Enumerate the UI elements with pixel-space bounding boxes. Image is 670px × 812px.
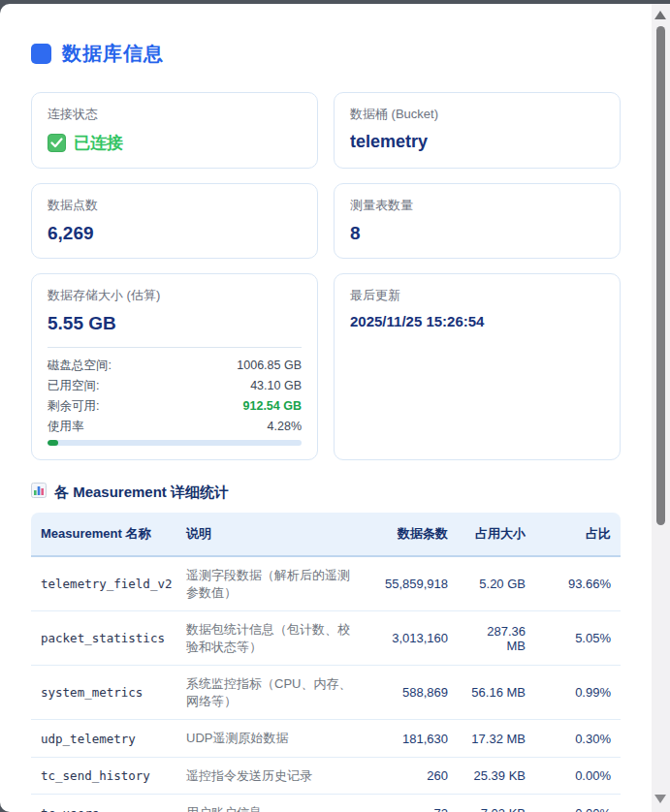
scrollbar-thumb[interactable] bbox=[656, 26, 665, 525]
measurement-stats-section: 各 Measurement 详细统计 Measurement 名称 说明 数据条… bbox=[31, 483, 621, 812]
measurement-size: 7.03 KB bbox=[458, 795, 535, 812]
col-header-count: 数据条数 bbox=[368, 513, 458, 557]
storage-detail-label: 已用空间: bbox=[48, 377, 99, 395]
measurement-desc: 系统监控指标（CPU、内存、网络等） bbox=[176, 666, 368, 720]
measurement-desc: 数据包统计信息（包计数、校验和状态等） bbox=[176, 611, 368, 666]
measurement-size: 5.20 GB bbox=[458, 557, 535, 611]
col-header-size: 占用大小 bbox=[458, 513, 535, 557]
measurement-table: Measurement 名称 说明 数据条数 占用大小 占比 telemetry… bbox=[31, 513, 621, 812]
last-update-value: 2025/11/25 15:26:54 bbox=[350, 313, 604, 329]
measurement-size: 25.39 KB bbox=[458, 758, 535, 796]
table-header-row: Measurement 名称 说明 数据条数 占用大小 占比 bbox=[31, 513, 621, 557]
storage-detail-row: 已用空间:43.10 GB bbox=[48, 377, 302, 395]
vertical-scrollbar[interactable] bbox=[652, 4, 670, 812]
storage-detail-label: 磁盘总空间: bbox=[48, 357, 112, 375]
storage-detail-row: 磁盘总空间:1006.85 GB bbox=[48, 357, 302, 375]
measurement-count: 260 bbox=[368, 758, 458, 796]
measurement-name: packet_statistics bbox=[31, 611, 176, 666]
section-title: 各 Measurement 详细统计 bbox=[54, 484, 229, 502]
storage-detail-value: 4.28% bbox=[268, 418, 302, 436]
table-row: telemetry_field_v2遥测字段数据（解析后的遥测参数值）55,85… bbox=[31, 557, 621, 611]
measurement-pct: 93.66% bbox=[535, 557, 621, 611]
measurement-size: 17.32 MB bbox=[458, 720, 535, 758]
connection-status-label: 连接状态 bbox=[48, 106, 302, 123]
bucket-label: 数据桶 (Bucket) bbox=[350, 106, 604, 123]
scroll-down-icon[interactable] bbox=[654, 795, 666, 803]
blue-square-icon bbox=[31, 44, 51, 64]
table-row: tc_users用户账户信息727.03 KB0.00% bbox=[31, 795, 621, 812]
storage-card: 数据存储大小 (估算) 5.55 GB 磁盘总空间:1006.85 GB已用空间… bbox=[31, 273, 318, 460]
measurement-count: 3,013,160 bbox=[368, 611, 458, 666]
storage-label: 数据存储大小 (估算) bbox=[48, 287, 302, 304]
measurement-desc: 遥测字段数据（解析后的遥测参数值） bbox=[176, 557, 368, 611]
measurement-pct: 0.30% bbox=[535, 720, 621, 758]
connection-status-value: 已连接 bbox=[74, 132, 123, 154]
measurement-pct: 0.99% bbox=[535, 666, 621, 720]
database-info-panel: 数据库信息 连接状态 已连接 数据桶 (Bucket) telemetry 数据… bbox=[0, 4, 652, 812]
storage-detail-row: 剩余可用:912.54 GB bbox=[48, 397, 302, 416]
measurement-pct: 0.00% bbox=[535, 758, 621, 796]
measurement-count: 72 bbox=[368, 795, 458, 812]
storage-detail-value: 43.10 GB bbox=[250, 377, 302, 395]
last-update-card: 最后更新 2025/11/25 15:26:54 bbox=[334, 273, 621, 460]
storage-details: 磁盘总空间:1006.85 GB已用空间:43.10 GB剩余可用:912.54… bbox=[48, 357, 302, 436]
measurement-count: 55,859,918 bbox=[368, 557, 458, 611]
scroll-up-icon[interactable] bbox=[654, 11, 666, 19]
storage-detail-label: 使用率 bbox=[48, 418, 84, 436]
measurement-name: tc_users bbox=[31, 795, 176, 812]
cards-grid: 连接状态 已连接 数据桶 (Bucket) telemetry 数据点数 6,2… bbox=[31, 92, 621, 460]
last-update-label: 最后更新 bbox=[350, 287, 604, 304]
bar-chart-icon bbox=[31, 483, 47, 502]
storage-divider bbox=[48, 347, 302, 348]
data-points-value: 6,269 bbox=[48, 223, 302, 244]
storage-detail-row: 使用率4.28% bbox=[48, 418, 302, 436]
measurement-desc: 用户账户信息 bbox=[176, 795, 368, 812]
measurement-count-label: 测量表数量 bbox=[350, 197, 604, 214]
measurement-name: system_metrics bbox=[31, 666, 176, 720]
measurement-desc: 遥控指令发送历史记录 bbox=[176, 758, 368, 796]
data-points-label: 数据点数 bbox=[48, 197, 302, 214]
table-row: udp_telemetryUDP遥测原始数据181,63017.32 MB0.3… bbox=[31, 720, 621, 758]
page-header: 数据库信息 bbox=[31, 41, 621, 67]
measurement-count: 181,630 bbox=[368, 720, 458, 758]
measurement-pct: 0.00% bbox=[535, 795, 621, 812]
storage-detail-value: 912.54 GB bbox=[243, 397, 302, 416]
measurement-desc: UDP遥测原始数据 bbox=[176, 720, 368, 758]
usage-bar-fill bbox=[48, 440, 58, 446]
table-row: tc_send_history遥控指令发送历史记录26025.39 KB0.00… bbox=[31, 758, 621, 796]
storage-value: 5.55 GB bbox=[48, 313, 302, 334]
connection-status-card: 连接状态 已连接 bbox=[31, 92, 318, 169]
measurement-name: telemetry_field_v2 bbox=[31, 557, 176, 611]
measurement-count: 588,869 bbox=[368, 666, 458, 720]
col-header-pct: 占比 bbox=[535, 513, 621, 557]
measurement-count-value: 8 bbox=[350, 223, 604, 244]
measurement-size: 56.16 MB bbox=[458, 666, 535, 720]
bucket-value: telemetry bbox=[350, 132, 604, 152]
storage-detail-label: 剩余可用: bbox=[48, 397, 99, 416]
measurement-count-card: 测量表数量 8 bbox=[334, 183, 621, 259]
table-row: packet_statistics数据包统计信息（包计数、校验和状态等）3,01… bbox=[31, 611, 621, 666]
table-row: system_metrics系统监控指标（CPU、内存、网络等）588,8695… bbox=[31, 666, 621, 720]
check-icon bbox=[48, 134, 66, 152]
measurement-name: udp_telemetry bbox=[31, 720, 176, 758]
measurement-size: 287.36 MB bbox=[458, 611, 535, 666]
storage-detail-value: 1006.85 GB bbox=[237, 357, 302, 375]
usage-bar bbox=[48, 440, 302, 446]
col-header-name: Measurement 名称 bbox=[31, 513, 176, 557]
page-title: 数据库信息 bbox=[62, 41, 164, 67]
bucket-card: 数据桶 (Bucket) telemetry bbox=[334, 92, 621, 169]
measurement-pct: 5.05% bbox=[535, 611, 621, 666]
col-header-desc: 说明 bbox=[176, 513, 368, 557]
measurement-name: tc_send_history bbox=[31, 758, 176, 796]
data-points-card: 数据点数 6,269 bbox=[31, 183, 318, 259]
